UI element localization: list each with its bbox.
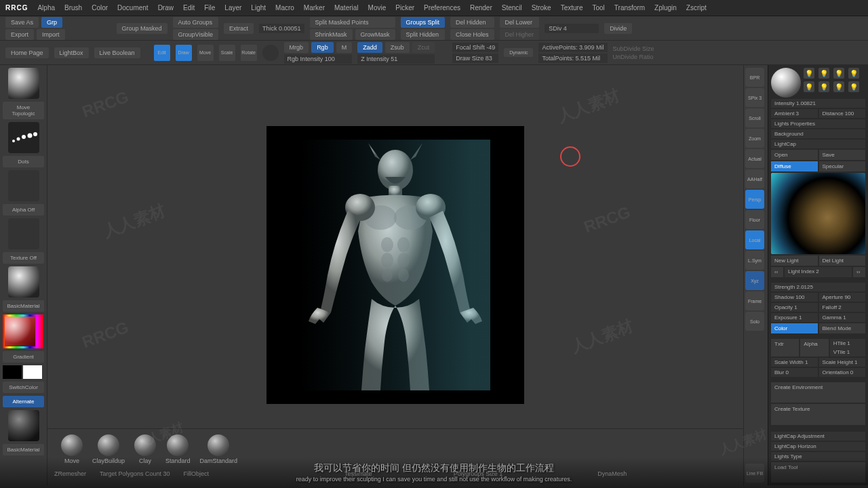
edit-mode-button[interactable]: Edit xyxy=(154,45,170,61)
menu-movie[interactable]: Movie xyxy=(368,4,387,12)
menu-zplugin[interactable]: Zplugin xyxy=(654,4,677,12)
brush-preview-icon[interactable] xyxy=(8,68,39,99)
zadd-button[interactable]: Zadd xyxy=(357,42,382,53)
scale-mode-button[interactable]: Scale xyxy=(219,45,235,61)
main-color-swatch[interactable] xyxy=(3,365,22,379)
open-button[interactable]: Open xyxy=(771,150,818,160)
lightcap-preview[interactable] xyxy=(771,173,865,254)
light-index-prev[interactable]: ‹‹ xyxy=(771,267,783,277)
draw-mode-button[interactable]: Draw xyxy=(176,45,192,61)
del-light-button[interactable]: Del Light xyxy=(819,256,866,266)
scale-width-slider[interactable]: Scale Width 1 xyxy=(771,358,818,367)
save-as-button[interactable]: Save As xyxy=(5,17,39,28)
menu-render[interactable]: Render xyxy=(470,4,492,12)
new-light-button[interactable]: New Light xyxy=(771,256,818,266)
spix-button[interactable]: SPix 3 xyxy=(745,88,764,107)
lightcap-adjustment-header[interactable]: LightCap Adjustment xyxy=(771,432,865,441)
falloff-slider[interactable]: Falloff 2 xyxy=(819,303,866,312)
thick-value[interactable]: Thick 0.00051 xyxy=(259,24,304,33)
menu-layer[interactable]: Layer xyxy=(224,4,241,12)
menu-light[interactable]: Light xyxy=(251,4,266,12)
light-bulb-icon[interactable]: 💡 xyxy=(848,68,859,79)
secondary-material-icon[interactable] xyxy=(8,410,39,441)
opacity-slider[interactable]: Opacity 1 xyxy=(771,303,818,312)
light-bulb-icon[interactable]: 💡 xyxy=(848,81,859,92)
create-texture-button[interactable]: Create Texture xyxy=(771,404,865,424)
export-button[interactable]: Export xyxy=(5,29,34,40)
alpha-slot[interactable] xyxy=(8,170,39,201)
del-higher-button[interactable]: Del Higher xyxy=(500,29,540,40)
vtile-slider[interactable]: VTile 1 xyxy=(830,348,865,357)
focal-shift[interactable]: Focal Shift -49 xyxy=(452,43,498,52)
light-sphere-icon[interactable] xyxy=(771,68,801,98)
aperture-slider[interactable]: Aperture 90 xyxy=(819,293,866,302)
draw-size[interactable]: Draw Size 83 xyxy=(452,54,498,63)
menu-zscript[interactable]: Zscript xyxy=(686,4,707,12)
aahalf-button[interactable]: AAHalf xyxy=(745,169,764,188)
lightcap-horizon-header[interactable]: LightCap Horizon xyxy=(771,442,865,451)
menu-macro[interactable]: Macro xyxy=(275,4,294,12)
light-index[interactable]: Light Index 2 xyxy=(785,267,852,277)
rgb-intensity[interactable]: Rgb Intensity 100 xyxy=(284,54,353,64)
ambient-slider[interactable]: Ambient 3 xyxy=(771,109,818,118)
color-button[interactable]: Color xyxy=(771,323,818,333)
menu-alpha[interactable]: Alpha xyxy=(37,4,55,12)
menu-preferences[interactable]: Preferences xyxy=(424,4,460,12)
material-preview-icon[interactable] xyxy=(8,266,39,298)
groups-split-button[interactable]: Groups Split xyxy=(401,17,446,28)
light-bulb-icon[interactable]: 💡 xyxy=(833,81,844,92)
zsub-button[interactable]: Zsub xyxy=(385,42,410,53)
grow-mask-button[interactable]: GrowMask xyxy=(355,29,395,40)
light-bulb-icon[interactable]: 💡 xyxy=(818,81,829,92)
canvas-document[interactable] xyxy=(267,126,524,404)
menu-draw[interactable]: Draw xyxy=(158,4,174,12)
rgb-button[interactable]: Rgb xyxy=(311,42,334,53)
light-bulb-icon[interactable]: 💡 xyxy=(804,81,814,92)
shrink-mask-button[interactable]: ShrinkMask xyxy=(310,29,353,40)
menu-color[interactable]: Color xyxy=(92,4,108,12)
actual-button[interactable]: Actual xyxy=(745,149,764,168)
sdiv-slider[interactable]: SDiv 4 xyxy=(545,24,599,33)
light-bulb-icon[interactable]: 💡 xyxy=(833,68,844,79)
menu-material[interactable]: Material xyxy=(334,4,359,12)
gyro-icon[interactable] xyxy=(262,45,279,61)
create-env-button[interactable]: Create Environment xyxy=(771,382,865,403)
color-picker[interactable] xyxy=(3,314,43,348)
alternate-button[interactable]: Alternate xyxy=(3,396,44,407)
m-button[interactable]: M xyxy=(336,42,353,53)
strength-slider[interactable]: Strength 2.0125 xyxy=(771,283,865,291)
menu-stroke[interactable]: Stroke xyxy=(532,4,551,12)
auto-groups-button[interactable]: Auto Groups xyxy=(173,17,218,28)
menu-texture[interactable]: Texture xyxy=(561,4,583,12)
viewport[interactable] xyxy=(47,65,743,485)
menu-edit[interactable]: Edit xyxy=(183,4,195,12)
scroll-button[interactable]: Scroll xyxy=(745,108,764,127)
orientation-slider[interactable]: Orientation 0 xyxy=(819,368,866,377)
lsym-button[interactable]: L.Sym xyxy=(745,251,764,270)
specular-tab[interactable]: Specular xyxy=(819,161,866,171)
zoom-button[interactable]: Zoom xyxy=(745,129,764,148)
divide-button[interactable]: Divide xyxy=(604,23,632,34)
grp-button[interactable]: Grp xyxy=(41,17,62,28)
del-hidden-button[interactable]: Del Hidden xyxy=(450,17,494,28)
close-holes-button[interactable]: Close Holes xyxy=(450,29,494,40)
exposure-slider[interactable]: Exposure 1 xyxy=(771,313,818,322)
live-boolean-button[interactable]: Live Boolean xyxy=(94,47,140,58)
bpr-button[interactable]: BPR xyxy=(745,68,764,87)
shadow-slider[interactable]: Shadow 100 xyxy=(771,293,818,302)
background-header[interactable]: Background xyxy=(771,129,865,138)
zcut-button[interactable]: Zcut xyxy=(412,42,435,53)
light-bulb-icon[interactable]: 💡 xyxy=(804,68,814,79)
mrgb-button[interactable]: Mrgb xyxy=(284,42,309,53)
light-bulb-icon[interactable]: 💡 xyxy=(818,68,829,79)
blur-slider[interactable]: Blur 0 xyxy=(771,368,818,377)
distance-slider[interactable]: Distance 100 xyxy=(819,109,866,118)
menu-tool[interactable]: Tool xyxy=(592,4,604,12)
blend-mode-button[interactable]: Blend Mode xyxy=(819,323,866,333)
gamma-slider[interactable]: Gamma 1 xyxy=(819,313,866,322)
persp-button[interactable]: Persp xyxy=(745,190,764,209)
rotate-mode-button[interactable]: Rotate xyxy=(241,45,257,61)
move-mode-button[interactable]: Move xyxy=(197,45,214,61)
htile-slider[interactable]: HTile 1 xyxy=(830,339,865,348)
menu-marker[interactable]: Marker xyxy=(304,4,325,12)
